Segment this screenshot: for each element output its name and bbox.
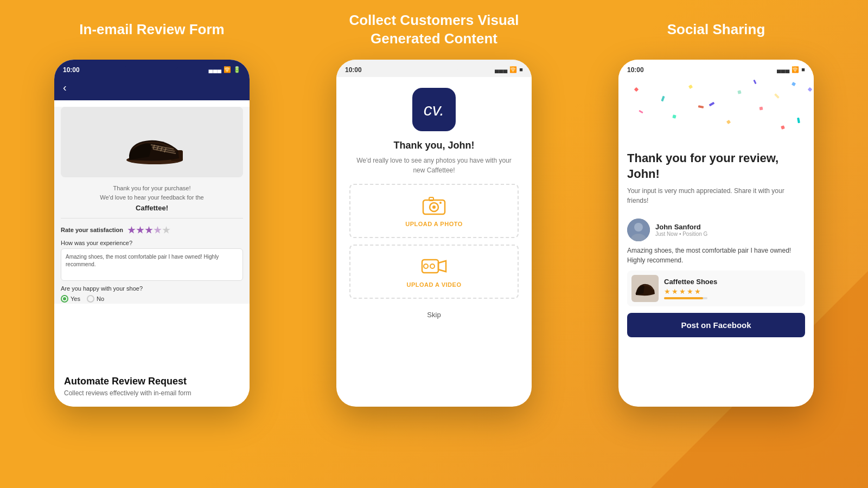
- no-label: No: [97, 296, 104, 302]
- rating-fill: [664, 297, 703, 299]
- column-3: Social Sharing 10:00 ▄▄▄ 🛜 ■: [586, 11, 846, 407]
- radio-row: Yes No: [54, 294, 250, 304]
- thank-subtitle: We'd really love to see any photos you h…: [349, 156, 519, 175]
- product-thumb: [631, 275, 659, 302]
- wifi-icon3: 🛜: [792, 66, 799, 73]
- logo-text: cv.: [424, 100, 445, 120]
- col1-title: In-email Review Form: [79, 11, 224, 49]
- reviewer-card: John Sanford Just Now • Position G Amazi…: [627, 213, 805, 343]
- no-radio[interactable]: [87, 295, 94, 303]
- svg-point-13: [439, 202, 442, 204]
- rating-label: Rate your satisfaction: [61, 227, 123, 233]
- phone1-status-icons: ▄▄▄ 🛜 🔋: [209, 66, 241, 73]
- star-2[interactable]: ★: [136, 225, 144, 235]
- upload-video-box[interactable]: UPLOAD A VIDEO: [349, 245, 519, 299]
- yes-label: Yes: [71, 296, 80, 302]
- avatar-image: [627, 219, 650, 241]
- signal-icon2: ▄▄▄: [495, 66, 507, 73]
- avatar-svg: [627, 219, 650, 241]
- svg-point-18: [634, 223, 643, 232]
- phone3-time: 10:00: [627, 66, 644, 74]
- video-icon: [420, 255, 448, 277]
- prod-star-1: ★: [664, 287, 671, 296]
- stars: ★ ★ ★ ★ ★: [127, 225, 170, 235]
- col2-title: Collect Customers Visual Generated Conte…: [349, 11, 519, 49]
- phone2-time: 10:00: [345, 66, 362, 74]
- product-image: [61, 107, 243, 177]
- app-logo: cv.: [412, 88, 456, 131]
- product-review-row: Caffettee Shoes ★ ★ ★ ★ ★: [627, 271, 805, 306]
- column-1: In-email Review Form 10:00 ▄▄▄ 🛜 🔋 ‹: [22, 11, 282, 407]
- reviewer-review-text: Amazing shoes, the most comfortable pair…: [627, 246, 805, 265]
- upload-photo-box[interactable]: UPLOAD A PHOTO: [349, 184, 519, 238]
- camera-icon: [420, 195, 448, 216]
- battery-icon3: ■: [801, 66, 805, 73]
- wifi-icon2: 🛜: [509, 66, 517, 73]
- bottom-title: Automate Review Request: [64, 376, 240, 387]
- phone2-content: cv. Thank you, John! We'd really love to…: [336, 77, 532, 330]
- phone1-content: Thank you for your purchase! We'd love t…: [54, 107, 250, 304]
- prod-star-5: ★: [694, 287, 701, 296]
- product-stars: ★ ★ ★ ★ ★: [664, 287, 801, 296]
- star-5[interactable]: ★: [162, 225, 170, 235]
- yes-radio[interactable]: [61, 295, 68, 303]
- phone-1: 10:00 ▄▄▄ 🛜 🔋 ‹: [54, 60, 250, 407]
- shoe-svg: [119, 123, 190, 166]
- battery-icon: 🔋: [233, 66, 241, 73]
- phone2-status-icons: ▄▄▄ 🛜 ■: [495, 66, 523, 73]
- main-container: In-email Review Form 10:00 ▄▄▄ 🛜 🔋 ‹: [0, 0, 868, 488]
- signal-icon: ▄▄▄: [209, 66, 221, 73]
- experience-label: How was your experience?: [54, 237, 250, 247]
- yes-option[interactable]: Yes: [61, 295, 80, 303]
- bottom-subtitle: Collect reviews effectively with in-emai…: [64, 389, 240, 397]
- review-textarea[interactable]: Amazing shoes, the most comfortable pair…: [61, 248, 243, 281]
- svg-point-15: [424, 264, 428, 268]
- divider1: [61, 218, 243, 219]
- no-option[interactable]: No: [87, 295, 104, 303]
- back-arrow-icon[interactable]: ‹: [63, 81, 67, 94]
- radio-inner: [63, 297, 66, 300]
- shoe-illustration: [119, 123, 184, 161]
- svg-point-16: [430, 264, 435, 268]
- product-text2: We'd love to hear your feedback for the: [61, 193, 243, 202]
- column-2: Collect Customers Visual Generated Conte…: [304, 11, 564, 407]
- phone3-content: Thank you for your review, John! Your in…: [618, 77, 814, 351]
- bottom-panel: Automate Review Request Collect reviews …: [54, 367, 250, 407]
- product-review-name: Caffettee Shoes: [664, 278, 801, 286]
- phone1-nav: ‹: [54, 77, 250, 100]
- phone2-status-bar: 10:00 ▄▄▄ 🛜 ■: [336, 60, 532, 77]
- prod-star-4: ★: [687, 287, 693, 296]
- svg-point-11: [432, 206, 436, 209]
- upload-photo-label: UPLOAD A PHOTO: [405, 221, 463, 227]
- phone-2: 10:00 ▄▄▄ 🛜 ■ cv. Thank you, John! We'd …: [336, 60, 532, 407]
- prod-star-3: ★: [679, 287, 686, 296]
- signal-icon3: ▄▄▄: [777, 66, 789, 73]
- reviewer-name: John Sanford: [655, 223, 805, 231]
- thank-title: Thank you, John!: [393, 140, 474, 151]
- skip-button[interactable]: Skip: [427, 311, 441, 319]
- review-thank-title: Thank you for your review, John!: [627, 151, 805, 182]
- product-text: Thank you for your purchase! We'd love t…: [54, 184, 250, 214]
- star-3[interactable]: ★: [145, 225, 152, 235]
- phone3-status-bar: 10:00 ▄▄▄ 🛜 ■: [618, 60, 814, 77]
- reviewer-info: John Sanford Just Now • Position G: [655, 223, 805, 237]
- confetti-16: [808, 87, 812, 92]
- rating-row: Rate your satisfaction ★ ★ ★ ★ ★: [54, 223, 250, 237]
- upload-video-label: UPLOAD A VIDEO: [407, 281, 462, 288]
- facebook-button[interactable]: Post on Facebook: [627, 313, 805, 337]
- phone1-time: 10:00: [63, 66, 80, 74]
- avatar: [627, 219, 650, 241]
- prod-star-2: ★: [672, 287, 678, 296]
- product-name: Caffettee!: [61, 203, 243, 214]
- svg-rect-12: [429, 197, 433, 201]
- wifi-icon: 🛜: [224, 66, 231, 73]
- star-1[interactable]: ★: [127, 225, 135, 235]
- phone1-status-bar: 10:00 ▄▄▄ 🛜 🔋: [54, 60, 250, 77]
- review-subtitle: Your input is very much appreciated. Sha…: [627, 186, 805, 206]
- reviewer-header: John Sanford Just Now • Position G: [627, 219, 805, 241]
- product-review-info: Caffettee Shoes ★ ★ ★ ★ ★: [664, 278, 801, 299]
- reviewer-meta: Just Now • Position G: [655, 231, 805, 237]
- star-4[interactable]: ★: [154, 225, 161, 235]
- product-thumb-svg: [631, 275, 659, 302]
- battery-icon2: ■: [519, 66, 523, 73]
